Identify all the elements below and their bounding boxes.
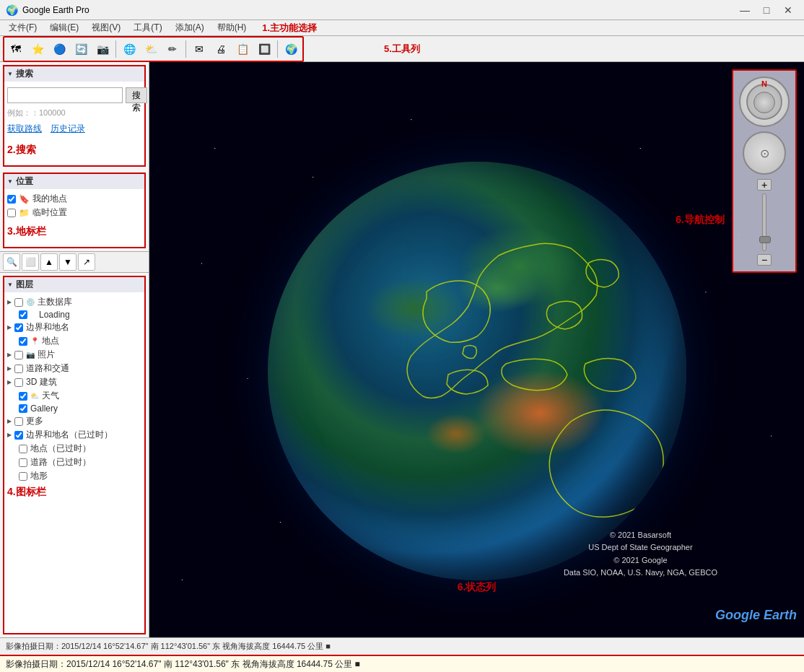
search-title: 搜索 <box>16 68 33 80</box>
menu-tools[interactable]: 工具(T) <box>128 20 167 35</box>
layer-item-terrain: 地形 <box>7 469 141 483</box>
layer-bordersold-arrow[interactable]: ▶ <box>7 432 12 438</box>
layer-roadsold-checkbox[interactable] <box>19 458 27 467</box>
search-button[interactable]: 搜索 <box>126 87 147 103</box>
toolbar-clip-btn[interactable]: 📋 <box>232 39 253 59</box>
compass[interactable]: N <box>739 77 790 127</box>
layer-roads-arrow[interactable]: ▶ <box>7 365 12 372</box>
copyright-line1: © 2021 Basarsoft <box>564 529 717 542</box>
layers-header[interactable]: ▼ 图层 <box>4 277 144 292</box>
toolbar-circle-btn[interactable]: 🔵 <box>49 39 69 59</box>
places-header[interactable]: ▼ 位置 <box>4 174 144 189</box>
map-view[interactable]: © 2021 Basarsoft US Dept of State Geogra… <box>149 62 804 637</box>
place-item-myplaces: 🔖 我的地点 <box>7 192 141 206</box>
toolbar-separator-1 <box>115 40 116 58</box>
layer-weather-label: 天气 <box>42 390 59 402</box>
copyright-text: © 2021 Basarsoft US Dept of State Geogra… <box>564 529 717 580</box>
toolbar-earth-btn[interactable]: 🌍 <box>281 39 301 59</box>
layers-triangle-icon: ▼ <box>7 282 13 288</box>
toolbar-edit-btn[interactable]: ✏ <box>162 39 183 59</box>
layer-bordersold-checkbox[interactable] <box>14 431 23 440</box>
window-controls: — □ ✕ <box>735 2 798 18</box>
zoom-out-button[interactable]: − <box>757 254 772 266</box>
layer-borders-label: 边界和地名 <box>26 321 69 333</box>
toolbar-globe-btn[interactable]: 🌐 <box>119 39 139 59</box>
layer-roads-checkbox[interactable] <box>14 365 23 373</box>
minimize-button[interactable]: — <box>735 2 755 18</box>
place-item-temp: 📁 临时位置 <box>7 206 141 219</box>
layer-terrain-checkbox[interactable] <box>19 472 27 481</box>
status-annotation-label: 6.状态列 <box>458 581 497 594</box>
toolbar-cloud-btn[interactable]: ⛅ <box>141 39 161 59</box>
zoom-slider: + − <box>743 179 786 266</box>
search-placeholder: 例如：：100000 <box>7 106 141 120</box>
app-icon: 🌍 <box>6 4 18 16</box>
layer-places-icon: 📍 <box>30 337 39 345</box>
zoom-in-button[interactable]: + <box>757 179 772 191</box>
place-temp-checkbox[interactable] <box>7 209 16 217</box>
earth-globe[interactable] <box>268 162 686 580</box>
toolbar-print-btn[interactable]: 🖨 <box>211 39 231 59</box>
search-section: ▼ 搜索 搜索 例如：：100000 获取路线 历史记录 2.搜索 <box>3 65 146 167</box>
layer-down-btn[interactable]: ▼ <box>59 253 77 271</box>
menu-view[interactable]: 视图(V) <box>86 20 126 35</box>
toolbar-group: 🗺 ⭐ 🔵 🔄 📷 🌐 ⛅ ✏ ✉ 🖨 📋 🔲 🌍 <box>3 36 304 62</box>
zoom-thumb[interactable] <box>759 236 771 243</box>
layer-search-btn[interactable]: 🔍 <box>3 253 20 271</box>
copyright-line4: Data SIO, NOAA, U.S. Navy, NGA, GEBCO <box>564 567 717 580</box>
layer-photos-arrow[interactable]: ▶ <box>7 352 12 358</box>
search-links: 获取路线 历史记录 <box>7 123 141 135</box>
layer-export-btn[interactable]: ↗ <box>78 253 95 271</box>
layer-borders-checkbox[interactable] <box>14 323 23 332</box>
place-myplaces-checkbox[interactable] <box>7 195 16 204</box>
layer-weather-checkbox[interactable] <box>19 392 27 401</box>
layer-item-maindb: ▶ 💿 主数据库 <box>7 295 141 309</box>
places-title: 位置 <box>16 175 33 188</box>
layer-photos-checkbox[interactable] <box>14 351 23 359</box>
copyright-line3: © 2021 Google <box>564 554 717 567</box>
layer-3d-arrow[interactable]: ▶ <box>7 379 12 385</box>
layer-up-btn[interactable]: ▲ <box>40 253 58 271</box>
layer-maindb-arrow[interactable]: ▶ <box>7 299 12 305</box>
layer-borders-arrow[interactable]: ▶ <box>7 324 12 331</box>
layer-more-arrow[interactable]: ▶ <box>7 418 12 424</box>
get-route-link[interactable]: 获取路线 <box>7 123 42 135</box>
layer-item-more: ▶ 更多 <box>7 414 141 428</box>
status-bar: 影像拍摄日期：2015/12/14 16°52'14.67" 南 112°43'… <box>0 637 804 655</box>
layer-more-checkbox[interactable] <box>14 417 23 426</box>
search-header[interactable]: ▼ 搜索 <box>4 66 144 82</box>
compass-inner[interactable] <box>753 92 775 113</box>
layer-3d-label: 3D 建筑 <box>26 376 57 388</box>
toolbar-map-btn[interactable]: 🗺 <box>6 39 26 59</box>
layer-loading-label: Loading <box>39 310 70 320</box>
search-input[interactable] <box>7 87 123 103</box>
zoom-track[interactable] <box>762 193 766 251</box>
menu-file[interactable]: 文件(F) <box>3 20 43 35</box>
history-link[interactable]: 历史记录 <box>51 123 85 135</box>
toolbar-separator-2 <box>185 40 186 58</box>
toolbar-camera-btn[interactable]: 📷 <box>92 39 113 59</box>
place-temp-label: 临时位置 <box>32 206 67 219</box>
layer-gallery-checkbox[interactable] <box>19 404 27 413</box>
toolbar-refresh-btn[interactable]: 🔄 <box>71 39 91 59</box>
layer-placesold-checkbox[interactable] <box>19 445 27 453</box>
search-triangle-icon: ▼ <box>7 71 13 77</box>
layer-loading-checkbox[interactable] <box>19 310 27 319</box>
layer-item-places: 📍 地点 <box>7 334 141 348</box>
maximize-button[interactable]: □ <box>756 2 777 18</box>
toolbar-mail-btn[interactable]: ✉ <box>189 39 209 59</box>
layer-maindb-checkbox[interactable] <box>14 298 23 307</box>
menu-help[interactable]: 帮助(H) <box>211 20 253 35</box>
tilt-button[interactable]: ⊙ <box>743 131 786 175</box>
layer-3d-checkbox[interactable] <box>14 378 23 387</box>
layer-places-checkbox[interactable] <box>19 337 27 346</box>
title-left: 🌍 Google Earth Pro <box>6 4 89 16</box>
layer-square-btn[interactable]: ⬜ <box>22 253 39 271</box>
close-button[interactable]: ✕ <box>778 2 798 18</box>
compass-ring[interactable] <box>746 84 782 120</box>
menu-add[interactable]: 添加(A) <box>170 20 210 35</box>
layers-section: ▼ 图层 ▶ 💿 主数据库 Loading ▶ 边界和地名 <box>3 276 146 634</box>
menu-edit[interactable]: 编辑(E) <box>44 20 84 35</box>
toolbar-star-btn[interactable]: ⭐ <box>27 39 48 59</box>
toolbar-rect-btn[interactable]: 🔲 <box>254 39 274 59</box>
